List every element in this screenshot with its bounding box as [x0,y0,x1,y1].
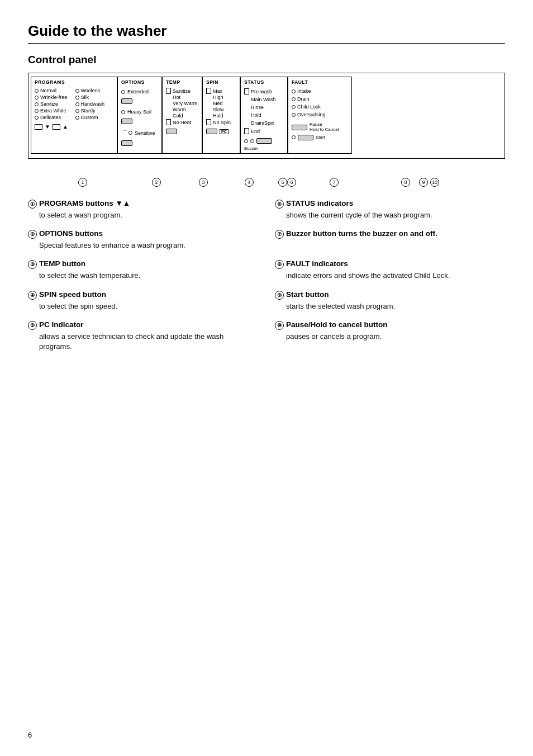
spin-max: Max [206,88,236,94]
callout-6: 6 [287,178,296,187]
options-section: OPTIONS Extended Heavy Soil ⌒ Sensitive [117,77,162,154]
option-btn-3 [121,140,132,146]
prog-sturdy: Sturdy [75,108,114,114]
callout-2: 2 [152,178,161,187]
programs-section: PROGRAMS Normal Woolens Wrinkle-free Sil… [31,77,117,154]
desc-options-body: Special features to enhance a wash progr… [28,240,258,251]
desc-fault-title: ⑧ FAULT indicators [275,259,505,269]
desc-buzzer: ⑦ Buzzer button turns the buzzer on and … [275,229,505,251]
desc-num-4: ④ [28,291,37,300]
spin-hold: Hold [206,113,236,119]
spin-label: SPIN [206,79,236,85]
temp-sanitize: Sanitize [166,88,198,94]
desc-programs-body: to select a wash program. [28,210,258,220]
spin-slow: Slow [206,107,236,112]
desc-spin: ④ SPIN speed button to select the spin s… [28,290,258,311]
prog-delicates: Delicates [35,115,73,120]
desc-pc: ⑤ PC Indicator allows a service technici… [28,320,258,352]
desc-status: ⑥ STATUS indicators shows the current cy… [275,199,505,220]
control-panel-diagram: PROGRAMS Normal Woolens Wrinkle-free Sil… [28,73,505,159]
up-arrow-icon: ▲ [63,124,68,130]
desc-num-3: ③ [28,260,37,269]
desc-spin-title: ④ SPIN speed button [28,290,258,300]
start-control: Start [292,135,348,140]
status-end-indicator [244,128,249,134]
fault-drain-radio [292,97,296,101]
pc-badge: PC [220,129,229,134]
status-radio-1 [244,139,248,143]
status-prewash-indicator [244,88,249,94]
prog-extrawhite-radio [35,109,39,113]
buzzer-btn [256,138,272,144]
temp-noheat: No Heat [166,119,198,125]
temp-section: TEMP Sanitize Hot Very Warm Warm Cold [162,77,202,154]
option-heavysoil: Heavy Soil [121,109,158,115]
desc-num-6: ⑥ [275,200,284,209]
start-label: Start [316,135,325,140]
option-btn-2 [121,119,132,124]
fault-oversudsing-radio [292,113,296,117]
desc-num-5: ⑤ [28,321,37,330]
callout-1: 1 [78,178,87,187]
diagram-callouts: 1 2 3 4 5 6 7 8 9 10 [28,170,505,187]
prog-silk-radio [75,96,79,100]
option-sensitive-radio [129,131,132,135]
desc-temp-body: to select the wash temperature. [28,271,258,281]
desc-num-2: ② [28,230,37,239]
pause-control: PauseHold to Cancel [292,122,348,133]
status-radio-2 [250,139,254,143]
fault-childlock: Child Lock [292,104,348,110]
spin-nospin-indicator [206,119,211,125]
prog-sturdy-radio [75,109,79,113]
status-prewash: Pre-wash [244,88,284,94]
options-label: OPTIONS [121,79,158,85]
desc-programs: ① PROGRAMS buttons ▼▲ to select a wash p… [28,199,258,220]
temp-noheat-indicator [166,119,171,125]
fault-intake: Intake [292,88,348,94]
down-arrow-icon: ▼ [45,124,50,130]
desc-start-body: starts the selected wash program. [275,301,505,311]
prog-delicates-radio [35,116,39,120]
fault-oversudsing: Oversudsing [292,112,348,117]
desc-pc-body: allows a service technician to check and… [28,332,258,352]
desc-status-title: ⑥ STATUS indicators [275,199,505,209]
prog-silk: Silk [75,94,114,100]
page-number: 6 [28,731,32,739]
pause-btn [292,125,307,130]
prog-woolens: Woolens [75,88,114,93]
prog-woolens-radio [75,89,79,93]
spin-btn [206,129,217,134]
status-mainwash: Main Wash [244,97,284,102]
status-drainspin: Drain/Spin [244,120,284,126]
desc-temp-title: ③ TEMP button [28,259,258,269]
section-title: Control panel [28,54,505,66]
temp-sanitize-indicator [166,88,171,94]
desc-options: ② OPTIONS buttons Special features to en… [28,229,258,251]
callout-9: 9 [419,178,428,187]
desc-pause-body: pauses or cancels a program. [275,332,505,342]
temp-list: Sanitize Hot Very Warm Warm Cold No Heat [166,88,198,125]
callout-5: 5 [278,178,287,187]
option-extended: Extended [121,89,158,94]
desc-pause: ⑩ Pause/Hold to cancel button pauses or … [275,320,505,352]
option-btn-1 [121,98,132,104]
fault-section: FAULT Intake Drain Child Lock Oversudsin… [288,77,352,154]
desc-num-9: ⑨ [275,291,284,300]
prog-sanitize-radio [35,102,39,106]
temp-btn [166,129,177,134]
temp-label: TEMP [166,79,198,85]
title-divider [28,43,505,44]
fault-childlock-radio [292,105,296,109]
option-extended-radio [121,90,125,94]
desc-options-title: ② OPTIONS buttons [28,229,258,239]
desc-num-10: ⑩ [275,321,284,330]
temp-hot: Hot [166,94,198,100]
prog-sanitize: Sanitize [35,101,73,107]
prog-custom-radio [75,116,79,120]
pause-label: PauseHold to Cancel [310,122,339,133]
option-sensitive: ⌒ Sensitive [121,129,158,136]
spin-med: Med [206,101,236,106]
prog-wrinklefree-radio [35,96,39,100]
prog-normal-radio [35,89,39,93]
callout-7: 7 [330,178,339,187]
